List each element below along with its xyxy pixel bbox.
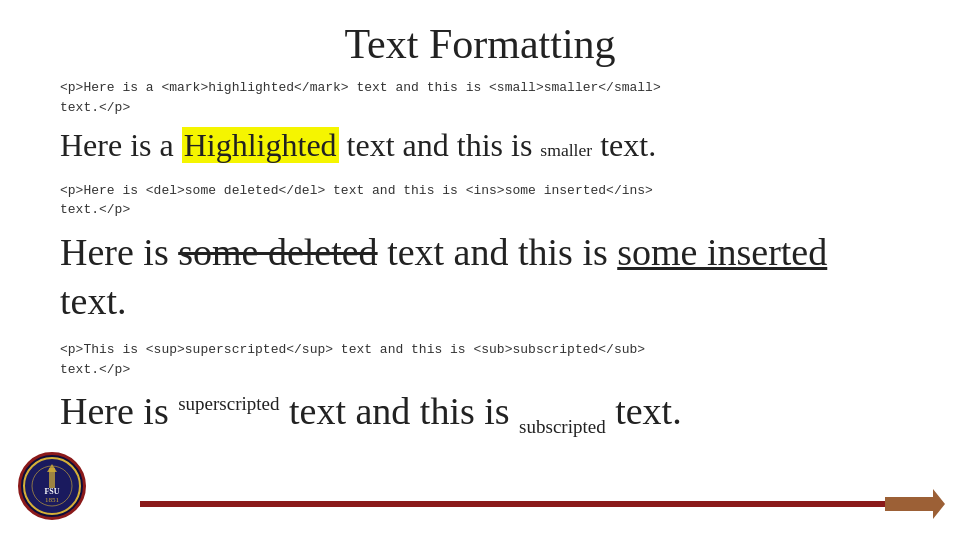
demo-sup-mid: text and this is: [280, 390, 520, 432]
small-text: smaller: [540, 140, 592, 160]
code-block-1: <p>Here is a <mark>highlighted</mark> te…: [60, 78, 900, 117]
code-block-3: <p>This is <sup>superscripted</sup> text…: [60, 340, 900, 379]
demo-highlight-prefix: Here is a: [60, 127, 182, 163]
sub-text: subscripted: [519, 416, 606, 437]
fsu-logo: 1851 FSU: [18, 452, 88, 522]
logo-svg: 1851 FSU: [22, 456, 82, 516]
demo-highlight: Here is a Highlighted text and this is s…: [60, 125, 900, 167]
section-del-ins: <p>Here is <del>some deleted</del> text …: [60, 181, 900, 327]
bottom-bar: [0, 498, 960, 510]
ins-text: some inserted: [617, 231, 827, 273]
mark-highlighted: Highlighted: [182, 127, 339, 163]
sup-text: superscripted: [178, 394, 279, 415]
svg-text:FSU: FSU: [44, 487, 59, 496]
demo-del-prefix: Here is: [60, 231, 178, 273]
svg-marker-0: [885, 489, 945, 519]
svg-text:1851: 1851: [45, 496, 60, 504]
demo-del-mid: text and this is: [378, 231, 618, 273]
del-text: some deleted: [178, 231, 377, 273]
logo-circle: 1851 FSU: [18, 452, 86, 520]
bar-line: [140, 501, 885, 507]
demo-sub-suffix: text.: [606, 390, 682, 432]
demo-sup-prefix: Here is: [60, 390, 178, 432]
code-block-2: <p>Here is <del>some deleted</del> text …: [60, 181, 900, 220]
section-highlight: <p>Here is a <mark>highlighted</mark> te…: [60, 78, 900, 167]
demo-sup-sub: Here is superscripted text and this is s…: [60, 387, 900, 439]
demo-highlight-mid: text and this is: [339, 127, 541, 163]
page-container: Text Formatting <p>Here is a <mark>highl…: [0, 0, 960, 540]
demo-del-suffix: text.: [60, 280, 126, 322]
section-sup-sub: <p>This is <sup>superscripted</sup> text…: [60, 340, 900, 439]
arrow-icon: [885, 489, 945, 519]
demo-del-ins: Here is some deleted text and this is so…: [60, 228, 900, 327]
page-title: Text Formatting: [60, 20, 900, 68]
demo-highlight-suffix: text.: [592, 127, 656, 163]
